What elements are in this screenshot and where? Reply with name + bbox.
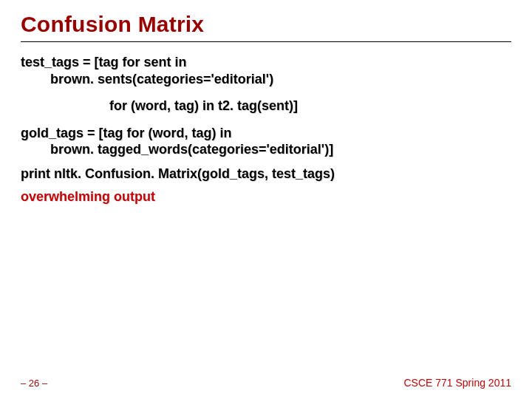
code-line-3b: brown. tagged_words(categories='editoria… bbox=[21, 141, 511, 158]
code-line-4: print nltk. Confusion. Matrix(gold_tags,… bbox=[21, 166, 511, 183]
course-label: CSCE 771 Spring 2011 bbox=[403, 377, 511, 389]
code-line-1a: test_tags = [tag for sent in bbox=[21, 54, 511, 71]
code-line-1b: brown. sents(categories='editorial') bbox=[21, 71, 511, 88]
code-line-3a: gold_tags = [tag for (word, tag) in bbox=[21, 125, 511, 142]
slide-title: Confusion Matrix bbox=[21, 12, 511, 42]
slide: Confusion Matrix test_tags = [tag for se… bbox=[0, 0, 532, 399]
emphasis-line: overwhelming output bbox=[21, 189, 511, 205]
page-number: – 26 – bbox=[21, 378, 47, 389]
code-line-2: for (word, tag) in t2. tag(sent)] bbox=[21, 98, 511, 115]
slide-footer: – 26 – CSCE 771 Spring 2011 bbox=[21, 377, 511, 389]
